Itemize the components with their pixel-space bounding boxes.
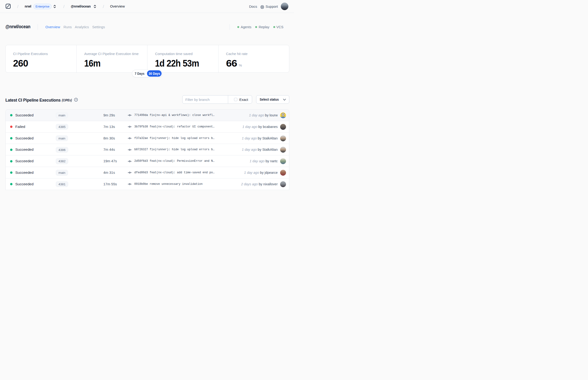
svg-text:?: ? bbox=[75, 98, 77, 101]
